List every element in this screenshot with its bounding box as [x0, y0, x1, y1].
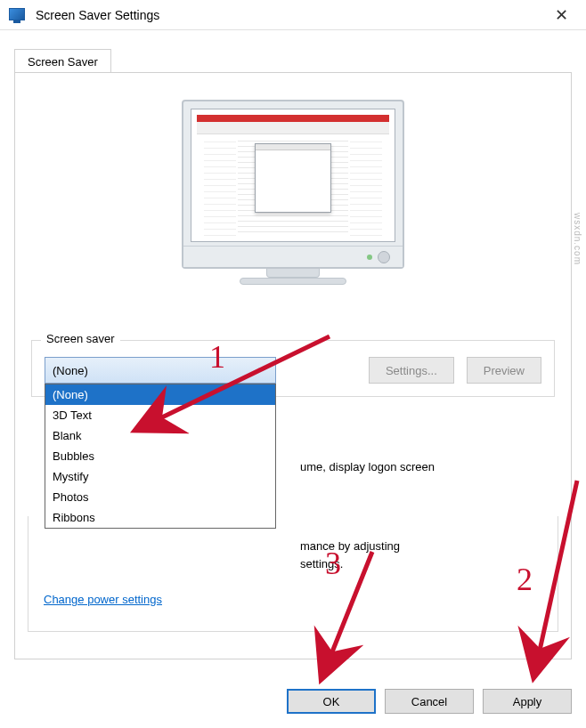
power-text-fragment1: mance by adjusting — [300, 539, 400, 553]
group-legend: Screen saver — [41, 332, 120, 345]
ok-button[interactable]: OK — [287, 689, 376, 714]
monitor-preview — [182, 100, 404, 304]
apply-button[interactable]: Apply — [483, 689, 572, 714]
dropdown-list: (None) 3D Text Blank Bubbles Mystify Pho… — [45, 384, 276, 529]
window-title: Screen Saver Settings — [36, 8, 541, 22]
tab-screen-saver[interactable]: Screen Saver — [14, 49, 111, 73]
watermark: wsxdn.com — [573, 213, 582, 265]
screensaver-group: Screen saver (None) ﹀ (None) 3D Text Bla… — [31, 340, 555, 397]
dropdown-selected: (None) — [53, 364, 88, 377]
chevron-down-icon: ﹀ — [258, 364, 268, 377]
dropdown-option[interactable]: Mystify — [45, 466, 275, 487]
screensaver-dropdown[interactable]: (None) ﹀ (None) 3D Text Blank Bubbles My… — [45, 357, 276, 384]
resume-text-fragment: ume, display logon screen — [300, 460, 435, 473]
tab-panel: Screen saver (None) ﹀ (None) 3D Text Bla… — [14, 72, 572, 659]
dropdown-option[interactable]: Photos — [45, 487, 275, 507]
dropdown-option[interactable]: (None) — [45, 384, 275, 405]
settings-button[interactable]: Settings... — [369, 357, 454, 384]
dropdown-option[interactable]: Ribbons — [45, 507, 275, 528]
power-group-fragment — [28, 516, 558, 632]
dropdown-option[interactable]: Bubbles — [45, 446, 275, 466]
app-icon — [9, 7, 27, 23]
dropdown-option[interactable]: 3D Text — [45, 405, 275, 425]
dialog-buttons: OK Cancel Apply — [287, 689, 572, 714]
dropdown-option[interactable]: Blank — [45, 425, 275, 446]
cancel-button[interactable]: Cancel — [385, 689, 474, 714]
close-icon[interactable]: ✕ — [541, 0, 581, 30]
power-text-fragment2: settings. — [300, 557, 343, 570]
titlebar: Screen Saver Settings ✕ — [0, 0, 586, 30]
tabstrip: Screen Saver — [0, 30, 586, 72]
preview-button[interactable]: Preview — [467, 357, 541, 384]
